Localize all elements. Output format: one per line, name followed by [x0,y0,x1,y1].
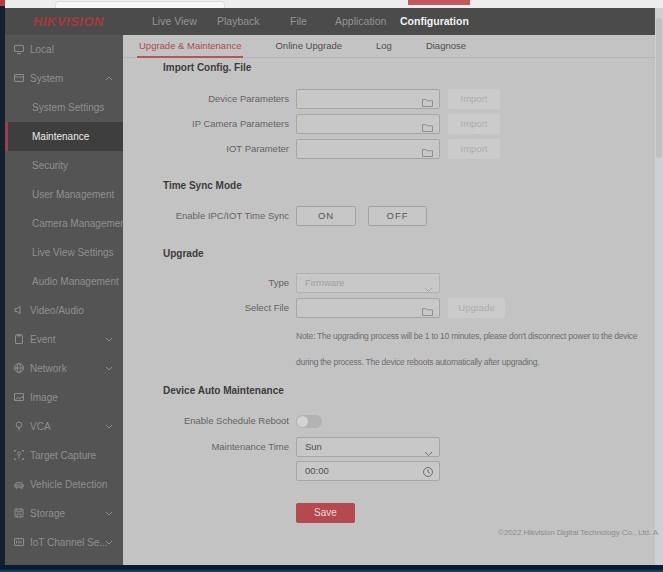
tab-diagnose[interactable]: Diagnose [424,35,468,58]
chevron-up-icon [105,76,113,81]
sidebar-item-user-management[interactable]: User Management [5,180,123,209]
upgrade-type-row: Type Firmware [123,273,655,293]
sidebar-item-label: Live View Settings [32,247,114,258]
section-auto-maintenance-title: Device Auto Maintenance [163,385,284,396]
video-audio-icon [13,304,25,316]
nav-live-view[interactable]: Live View [152,15,197,27]
sidebar-item-label: Target Capture [30,450,96,461]
hikvision-logo: HIKVISION [33,14,104,29]
save-row: Save [123,503,655,523]
scrollbar-thumb[interactable] [656,18,662,158]
sidebar-item-local[interactable]: Local [5,35,123,64]
chevron-down-icon [105,540,113,545]
select-file-input[interactable] [296,298,440,318]
section-upgrade-title: Upgrade [163,248,204,259]
maintenance-time-input[interactable]: 00:00 [296,461,440,481]
import-iot-parameter-button[interactable]: Import [448,139,500,159]
iot-parameter-row: IOT Parameter Import [123,139,655,159]
maintenance-day-row: Maintenance Time Sun [123,437,655,457]
window-bottom-edge [0,565,663,572]
chevron-down-icon [424,445,433,451]
sidebar-item-storage[interactable]: Storage [5,499,123,528]
vca-icon [13,420,25,432]
ip-camera-parameters-label: IP Camera Parameters [123,118,289,129]
nav-playback[interactable]: Playback [217,15,260,27]
import-ip-camera-parameters-button[interactable]: Import [448,114,500,134]
chevron-down-icon [105,424,113,429]
sidebar-item-iot-channel[interactable]: IoT Channel Se... [5,528,123,557]
sidebar-item-camera-management[interactable]: Camera Management [5,209,123,238]
folder-icon [421,119,434,130]
sidebar-item-label: System [30,73,63,84]
upgrade-button[interactable]: Upgrade [448,298,505,318]
sidebar-item-video-audio[interactable]: Video/Audio [5,296,123,325]
chevron-down-icon [105,366,113,371]
sidebar-item-maintenance[interactable]: Maintenance [5,122,123,151]
upgrade-type-select[interactable]: Firmware [296,273,440,293]
sidebar-item-label: Local [30,44,54,55]
enable-schedule-reboot-label: Enable Schedule Reboot [123,415,289,426]
tab-log[interactable]: Log [374,35,394,58]
sidebar-item-label: IoT Channel Se... [30,537,108,548]
tab-upgrade-maintenance[interactable]: Upgrade & Maintenance [137,35,243,58]
maintenance-day-select[interactable]: Sun [296,437,440,457]
target-capture-icon [13,449,25,461]
sidebar-item-label: Storage [30,508,65,519]
sidebar-item-image[interactable]: Image [5,383,123,412]
time-sync-off-button[interactable]: OFF [368,206,427,226]
nav-file[interactable]: File [290,15,307,27]
maintenance-panel: Upgrade & Maintenance Online Upgrade Log… [123,35,655,565]
sidebar-item-label: Maintenance [32,131,89,142]
app-header: HIKVISION Live View Playback File Applic… [5,8,655,35]
chevron-down-icon [424,281,433,287]
active-nav-accent-bar [408,0,470,5]
sidebar-item-system[interactable]: System [5,64,123,93]
sidebar-item-security[interactable]: Security [5,151,123,180]
sidebar-item-audio-management[interactable]: Audio Management [5,267,123,296]
maintenance-time-row: 00:00 [123,461,655,481]
upgrade-type-value: Firmware [305,277,345,288]
section-time-sync-title: Time Sync Mode [163,180,242,191]
device-parameters-label: Device Parameters [123,93,289,104]
sidebar-item-vca[interactable]: VCA [5,412,123,441]
folder-icon [421,144,434,155]
maintenance-day-value: Sun [305,441,322,452]
time-sync-on-button[interactable]: ON [296,206,356,226]
schedule-reboot-toggle[interactable] [296,415,322,428]
sidebar-item-label: User Management [32,189,114,200]
page-scrollbar[interactable] [655,8,663,572]
select-file-label: Select File [123,302,289,313]
ip-camera-parameters-row: IP Camera Parameters Import [123,114,655,134]
sidebar-item-system-settings[interactable]: System Settings [5,93,123,122]
chevron-down-icon [105,337,113,342]
system-icon [13,72,25,84]
browser-tab-hint [55,1,225,8]
sidebar-item-network[interactable]: Network [5,354,123,383]
ip-camera-parameters-file-input[interactable] [296,114,440,134]
upgrade-note-line1: Note: The upgrading process will be 1 to… [296,323,663,349]
sidebar-item-label: Event [30,334,56,345]
sidebar-item-event[interactable]: Event [5,325,123,354]
sidebar-item-label: Video/Audio [30,305,84,316]
sidebar-item-live-view-settings[interactable]: Live View Settings [5,238,123,267]
sidebar-item-vehicle-detection[interactable]: Vehicle Detection [5,470,123,499]
copyright-text: ©2022 Hikvision Digital Technology Co., … [498,528,658,537]
storage-icon [13,507,25,519]
nav-application[interactable]: Application [335,15,386,27]
maintenance-tabbar: Upgrade & Maintenance Online Upgrade Log… [123,35,655,58]
import-device-parameters-button[interactable]: Import [448,89,500,109]
sidebar-item-label: Vehicle Detection [30,479,107,490]
device-parameters-file-input[interactable] [296,89,440,109]
sidebar-item-label: Camera Management [32,218,129,229]
folder-icon [421,94,434,105]
iot-parameter-file-input[interactable] [296,139,440,159]
nav-configuration[interactable]: Configuration [400,15,469,27]
sidebar-item-label: VCA [30,421,51,432]
network-icon [13,362,25,374]
upgrade-note-line2: during the process. The device reboots a… [296,349,663,375]
sidebar-item-target-capture[interactable]: Target Capture [5,441,123,470]
window-corner-accent [0,0,5,6]
image-icon [13,391,25,403]
save-button[interactable]: Save [296,503,355,523]
tab-online-upgrade[interactable]: Online Upgrade [273,35,344,58]
